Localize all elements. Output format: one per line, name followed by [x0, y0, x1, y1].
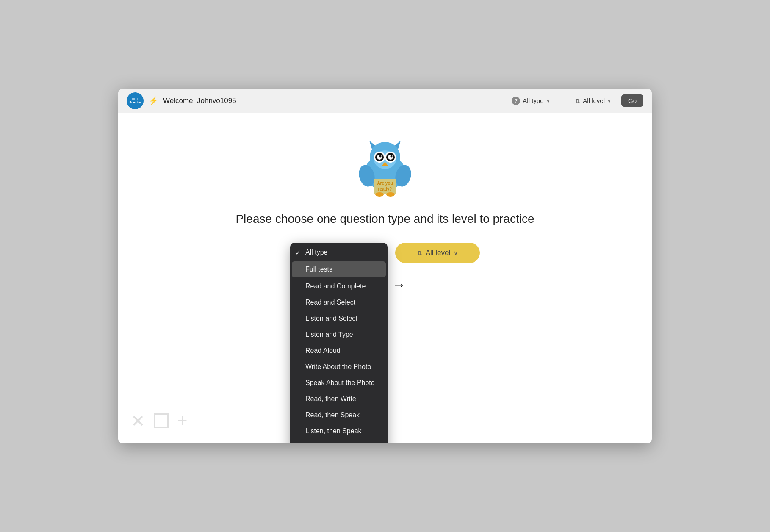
header-level-chevron: ∨ [607, 98, 611, 104]
dropdown-item-10[interactable]: Read, then Speak [290, 407, 388, 423]
svg-point-19 [375, 192, 384, 197]
level-pill-label: All level [426, 249, 451, 257]
owl-svg: Are you ready? [357, 139, 413, 198]
header-type-dropdown[interactable]: ? All type ∨ [506, 94, 565, 108]
dropdown-item-7[interactable]: Write About the Photo [290, 359, 388, 375]
svg-point-7 [377, 155, 382, 160]
svg-point-8 [379, 155, 382, 158]
svg-point-20 [386, 192, 395, 197]
dropdown-item-5[interactable]: Listen and Type [290, 327, 388, 343]
svg-point-12 [391, 155, 393, 158]
dropdown-item-11[interactable]: Listen, then Speak [290, 423, 388, 439]
type-dropdown-menu[interactable]: All typeFull testsRead and CompleteRead … [290, 243, 388, 443]
header-level-label: All level [583, 97, 605, 104]
dropdown-item-0[interactable]: All type [290, 244, 388, 260]
dropdown-item-4[interactable]: Listen and Select [290, 310, 388, 327]
svg-text:Are you: Are you [377, 181, 393, 186]
dropdown-item-9[interactable]: Read, then Write [290, 391, 388, 407]
svg-text:ready?: ready? [378, 187, 392, 191]
main-content: Are you ready? Please choose one questio… [118, 113, 652, 443]
logo-text: DETPractice [129, 97, 141, 104]
logo: DETPractice [127, 92, 144, 109]
bg-decorative-shapes: ✕ + [131, 411, 187, 431]
dropdown-item-8[interactable]: Speak About the Photo [290, 375, 388, 391]
get-started-arrow: → [392, 277, 406, 293]
level-pill-chevron: ∨ [454, 249, 458, 256]
header-type-label: All type [523, 97, 543, 104]
header-go-button[interactable]: Go [621, 94, 643, 107]
owl-mascot: Are you ready? [357, 139, 413, 200]
level-adjust-icon: ⇅ [417, 249, 422, 256]
dropdown-item-3[interactable]: Read and Select [290, 294, 388, 310]
header-type-chevron: ∨ [546, 98, 550, 104]
header-level-dropdown[interactable]: ⇅ All level ∨ [569, 94, 617, 107]
shape-plus: + [177, 411, 187, 431]
main-title: Please choose one question type and its … [235, 212, 534, 226]
dropdown-item-1[interactable]: Full tests [292, 261, 386, 277]
shape-square [154, 413, 169, 428]
svg-point-11 [388, 155, 393, 160]
header-right: ? All type ∨ ⇅ All level ∨ Go [506, 94, 643, 108]
level-pill-button[interactable]: ⇅ All level ∨ [395, 243, 480, 263]
header: DETPractice ⚡ Welcome, Johnvo1095 ? All … [118, 89, 652, 113]
app-window: DETPractice ⚡ Welcome, Johnvo1095 ? All … [118, 89, 652, 443]
header-help-icon: ? [512, 97, 520, 105]
header-adjust-icon: ⇅ [575, 97, 580, 104]
dropdown-item-6[interactable]: Read Aloud [290, 343, 388, 359]
dropdown-item-12[interactable]: Writing sample [290, 439, 388, 443]
shape-x: ✕ [131, 411, 145, 431]
welcome-text: Welcome, Johnvo1095 [163, 97, 501, 105]
dropdown-row: All typeFull testsRead and CompleteRead … [290, 243, 480, 263]
lightning-icon: ⚡ [149, 96, 158, 105]
dropdown-item-2[interactable]: Read and Complete [290, 278, 388, 294]
